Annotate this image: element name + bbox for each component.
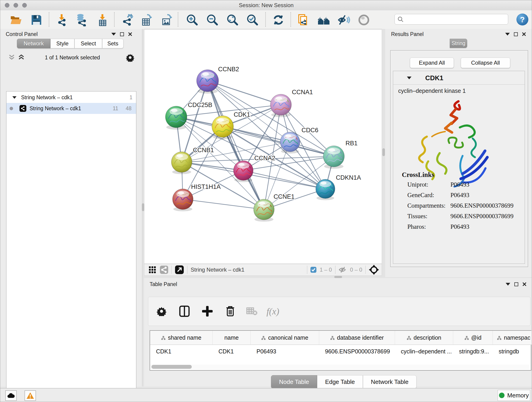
string-share-icon[interactable] bbox=[160, 266, 168, 274]
table-cell[interactable]: stringdb bbox=[493, 345, 532, 358]
export-table-icon[interactable] bbox=[140, 13, 153, 26]
import-network-from-database-icon[interactable] bbox=[75, 13, 88, 26]
zoom-selected-icon[interactable] bbox=[246, 13, 259, 26]
cloud-status-button[interactable] bbox=[5, 390, 17, 401]
results-panel-maximize-icon[interactable] bbox=[514, 32, 518, 36]
results-panel-float-icon[interactable] bbox=[505, 33, 510, 36]
function-builder-icon[interactable]: f(x) bbox=[266, 304, 280, 319]
table-cell[interactable]: CDK1 bbox=[213, 345, 251, 358]
network-node-CCNE1[interactable]: CCNE1 bbox=[254, 193, 295, 222]
selected-checkbox-icon[interactable] bbox=[310, 267, 317, 273]
export-network-icon[interactable] bbox=[121, 13, 134, 26]
control-panel-maximize-icon[interactable] bbox=[120, 32, 124, 36]
column-header-database-identifier[interactable]: database identifier bbox=[319, 331, 395, 345]
network-node-CDKN1A[interactable]: CDKN1A bbox=[316, 174, 361, 200]
fit-selected-crosshair-icon[interactable] bbox=[369, 265, 379, 275]
warnings-button[interactable] bbox=[25, 390, 36, 401]
crosslink-genecard-link[interactable]: P06493 bbox=[450, 191, 469, 199]
collapse-all-chevron-icon[interactable] bbox=[8, 54, 16, 61]
column-header-canonical-name[interactable]: canonical name bbox=[251, 331, 319, 345]
right-splitter-handle[interactable] bbox=[382, 148, 385, 156]
table-cell[interactable]: 9606.ENSP00000378699 bbox=[319, 345, 395, 358]
tab-edge-table[interactable]: Edge Table bbox=[317, 375, 363, 389]
open-session-icon[interactable] bbox=[9, 13, 22, 26]
toolbar-separator bbox=[178, 12, 178, 27]
zoom-in-icon[interactable] bbox=[186, 13, 199, 26]
home-networks-icon[interactable] bbox=[317, 13, 330, 26]
network-node-CCNB2[interactable]: CCNB2 bbox=[196, 66, 239, 94]
zoom-fit-icon[interactable] bbox=[226, 13, 239, 26]
search-input[interactable] bbox=[405, 16, 508, 22]
column-header--id[interactable]: @id bbox=[453, 331, 493, 345]
network-edge[interactable] bbox=[243, 171, 325, 189]
network-node-CCNB1[interactable]: CCNB1 bbox=[171, 147, 214, 174]
left-splitter-handle[interactable] bbox=[142, 203, 144, 211]
table-panel-maximize-icon[interactable] bbox=[514, 282, 518, 286]
crosslink-tissues-link[interactable]: 9606.ENSP00000378699 bbox=[450, 213, 513, 220]
network-row-selected[interactable]: String Network – cdk1 11 48 bbox=[6, 103, 136, 114]
node-label: CCNA2 bbox=[254, 155, 275, 162]
table-panel: Table Panel f(x) shared n bbox=[144, 278, 532, 386]
network-collection-row[interactable]: String Network – cdk1 1 bbox=[6, 92, 136, 103]
table-cell[interactable]: cyclin–dependent ... bbox=[395, 345, 453, 358]
network-graph[interactable]: CCNB2CCNA1CDC25BCDK1CDC6RB1CCNB1CCNA2CDK… bbox=[144, 30, 382, 264]
scrollbar-thumb[interactable] bbox=[152, 365, 192, 369]
control-panel-close-icon[interactable] bbox=[128, 32, 132, 36]
network-options-gear-icon[interactable] bbox=[126, 53, 134, 62]
tab-select[interactable]: Select bbox=[75, 39, 102, 48]
network-node-CCNA1[interactable]: CCNA1 bbox=[270, 89, 313, 117]
table-cell[interactable]: P06493 bbox=[251, 345, 319, 358]
delete-column-trash-icon[interactable] bbox=[223, 304, 238, 319]
network-from-clipboard-icon[interactable] bbox=[297, 13, 310, 26]
crosslink-pharos-link[interactable]: P06493 bbox=[450, 223, 469, 230]
show-columns-icon[interactable] bbox=[177, 304, 192, 319]
tab-network[interactable]: Network bbox=[17, 39, 51, 48]
table-settings-gear-icon[interactable] bbox=[154, 304, 169, 319]
network-node-RB1[interactable]: RB1 bbox=[323, 140, 358, 169]
save-session-icon[interactable] bbox=[30, 13, 43, 26]
zoom-out-icon[interactable] bbox=[206, 13, 219, 26]
search-field[interactable] bbox=[394, 14, 508, 25]
tab-network-table[interactable]: Network Table bbox=[363, 375, 417, 389]
network-view-canvas[interactable]: CCNB2CCNA1CDC25BCDK1CDC6RB1CCNB1CCNA2CDK… bbox=[144, 29, 382, 264]
table-panel-close-icon[interactable] bbox=[522, 282, 526, 286]
column-header-description[interactable]: description bbox=[395, 331, 453, 345]
tab-sets[interactable]: Sets bbox=[102, 39, 123, 48]
refresh-icon[interactable] bbox=[272, 13, 285, 26]
export-image-icon[interactable] bbox=[160, 13, 173, 26]
help-button[interactable]: ? bbox=[516, 13, 528, 26]
table-cell[interactable]: CDK1 bbox=[150, 345, 213, 358]
tab-node-table[interactable]: Node Table bbox=[271, 375, 317, 389]
memory-button[interactable]: Memory bbox=[498, 390, 530, 401]
table-horizontal-scrollbar[interactable] bbox=[151, 365, 530, 369]
create-column-plus-icon[interactable] bbox=[200, 304, 215, 319]
import-table-icon[interactable] bbox=[96, 13, 109, 26]
horizontal-splitter-handle[interactable] bbox=[334, 276, 342, 278]
tab-string[interactable]: String bbox=[450, 39, 467, 48]
expand-all-button[interactable]: Expand All bbox=[410, 57, 454, 68]
import-network-icon[interactable] bbox=[55, 13, 68, 26]
column-header-shared-name[interactable]: shared name bbox=[150, 331, 213, 345]
delete-table-icon[interactable] bbox=[244, 304, 259, 319]
open-in-window-icon[interactable] bbox=[175, 265, 184, 274]
control-panel-float-icon[interactable] bbox=[111, 33, 116, 36]
column-header-name[interactable]: name bbox=[213, 331, 251, 345]
expand-all-chevron-icon[interactable] bbox=[18, 54, 26, 61]
birdseye-grid-icon[interactable] bbox=[148, 266, 156, 274]
column-header-namespac[interactable]: namespac bbox=[493, 331, 532, 345]
eye-sphere-icon[interactable] bbox=[357, 13, 370, 26]
collection-expand-icon[interactable] bbox=[12, 96, 17, 99]
tab-style[interactable]: Style bbox=[51, 39, 75, 48]
protein-collapse-icon[interactable] bbox=[407, 77, 412, 79]
collapse-all-button[interactable]: Collapse All bbox=[461, 57, 510, 68]
results-panel-close-icon[interactable] bbox=[522, 32, 526, 36]
network-node-HIST1H1A[interactable]: HIST1H1A bbox=[172, 183, 221, 211]
hide-unhide-icon[interactable] bbox=[337, 13, 350, 26]
network-edge[interactable] bbox=[208, 81, 281, 105]
crosslink-uniprot-link[interactable]: P06493 bbox=[450, 181, 469, 188]
network-edge[interactable] bbox=[183, 199, 264, 210]
table-panel-float-icon[interactable] bbox=[506, 283, 510, 286]
crosslink-compartments-link[interactable]: 9606.ENSP00000378699 bbox=[450, 202, 513, 209]
table-row[interactable]: CDK1CDK1P064939606.ENSP00000378699cyclin… bbox=[150, 345, 532, 358]
table-cell[interactable]: stringdb:9... bbox=[453, 345, 493, 358]
